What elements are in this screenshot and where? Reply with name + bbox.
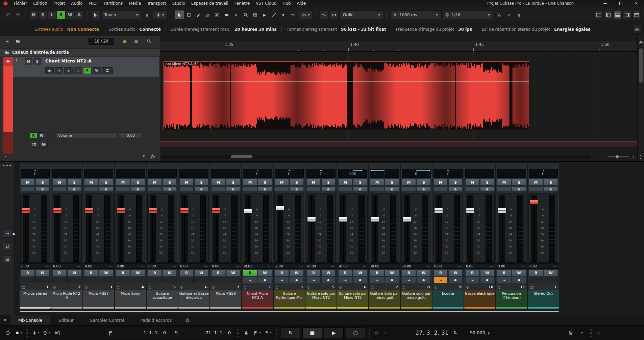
write-automation-button[interactable]: W xyxy=(290,269,304,276)
status-item-duree-d-enregistrement-max[interactable]: Durée d'enregistrement max.28 heures 10 … xyxy=(171,27,277,32)
write-automation-button[interactable]: W xyxy=(67,269,81,276)
volume-fader[interactable] xyxy=(118,195,124,262)
scroll-down-icon[interactable]: ▼ xyxy=(638,157,644,160)
channel-name[interactable]: Ecoute xyxy=(432,290,464,309)
track-list-icon[interactable]: ≡ xyxy=(132,37,141,45)
tab-sampler-control[interactable]: Sampler Control xyxy=(82,315,132,325)
volume-fader[interactable] xyxy=(467,195,473,262)
mute-button[interactable]: M xyxy=(116,179,130,186)
read-automation-button[interactable]: R xyxy=(83,67,92,74)
automation-r-button[interactable]: R xyxy=(57,10,65,19)
volume-fader[interactable] xyxy=(436,195,442,262)
scrub-tool-icon[interactable] xyxy=(279,10,288,19)
listen-button[interactable] xyxy=(465,186,479,191)
metronome-setup-button[interactable]: e xyxy=(577,328,586,338)
volume-fader[interactable] xyxy=(372,195,378,262)
fader-handle[interactable] xyxy=(275,206,284,211)
right-locator-value[interactable]: 71. 1. 1. 0 xyxy=(180,330,231,335)
link-channels-icon[interactable]: ⇄ xyxy=(3,242,12,251)
volume-fader[interactable] xyxy=(245,195,251,262)
write-automation-button[interactable]: W xyxy=(353,269,367,276)
record-enable-button[interactable]: ● xyxy=(290,277,304,283)
object-selection-tool-icon[interactable] xyxy=(175,10,184,19)
write-automation-button[interactable]: W xyxy=(321,269,336,276)
mute-button[interactable]: M xyxy=(148,179,162,186)
pan-control[interactable]: C xyxy=(243,169,272,178)
track-mute-button[interactable]: M xyxy=(25,58,32,64)
quantize-panel-icon[interactable]: e xyxy=(515,10,523,19)
play-button[interactable]: ▶ xyxy=(324,328,344,338)
monitor-button[interactable]: ◄ xyxy=(465,277,479,283)
solo-button[interactable]: S xyxy=(35,179,50,186)
edit-channel-button[interactable]: e xyxy=(480,186,494,191)
monitor-button[interactable]: ◄ xyxy=(434,277,448,283)
status-item-sorties-audio[interactable]: Sorties audioConnecté xyxy=(109,27,161,32)
menu-media[interactable]: Média xyxy=(126,0,144,7)
curve-type-dropdown[interactable]: ▼ xyxy=(299,10,313,19)
solo-button[interactable]: S xyxy=(226,179,240,186)
record-enable-button[interactable]: ● xyxy=(45,67,54,74)
mute-button[interactable]: M xyxy=(275,179,289,186)
write-automation-button[interactable]: W xyxy=(258,269,272,276)
mute-button[interactable]: M xyxy=(179,179,194,186)
write-automation-button[interactable]: W xyxy=(385,269,399,276)
pan-control[interactable] xyxy=(211,169,240,178)
track-solo-button[interactable]: S xyxy=(33,58,41,64)
undo-button[interactable]: ↶ xyxy=(3,10,12,19)
mute-button[interactable]: M xyxy=(370,179,384,186)
inspector-settings-button[interactable] xyxy=(150,154,155,160)
automation-mode-dropdown[interactable]: Touch▼ xyxy=(101,10,141,19)
mute-button[interactable]: M xyxy=(84,179,98,186)
read-automation-button[interactable]: R xyxy=(84,269,98,276)
read-automation-button[interactable]: R xyxy=(465,269,479,276)
metronome-icon[interactable] xyxy=(566,328,575,338)
read-automation-button[interactable]: R xyxy=(529,269,543,276)
edit-channel-button[interactable]: e xyxy=(67,186,81,191)
edit-channel-button[interactable]: e xyxy=(64,67,73,74)
mute-button[interactable]: M xyxy=(52,179,67,186)
write-automation-button[interactable]: W xyxy=(480,269,494,276)
write-automation-button[interactable]: W xyxy=(544,269,558,276)
status-item-entrees-audio[interactable]: Entrées audioNon Connecté xyxy=(35,27,99,32)
write-automation-button[interactable]: W xyxy=(226,269,240,276)
snap-on-off-icon[interactable] xyxy=(330,10,339,19)
pan-control[interactable]: C xyxy=(434,169,463,178)
edit-channel-button[interactable]: e xyxy=(290,186,304,191)
volume-fader[interactable] xyxy=(54,195,60,262)
monitor-button[interactable]: ◄ xyxy=(497,277,511,283)
fader-handle[interactable] xyxy=(434,208,443,213)
listen-button[interactable] xyxy=(338,186,352,191)
lane-display-button[interactable] xyxy=(102,67,113,74)
read-automation-button[interactable]: R xyxy=(306,269,321,276)
solo-button[interactable]: S xyxy=(258,179,272,186)
track-name[interactable]: Chant Micro NT2-A xyxy=(45,58,92,63)
solo-button[interactable]: S xyxy=(544,179,558,186)
automation-parameter-field[interactable]: Volume xyxy=(55,132,117,139)
mute-button[interactable]: M xyxy=(306,179,321,186)
monitor-button[interactable]: ◄ xyxy=(370,277,384,283)
collapse-button[interactable]: - xyxy=(5,154,6,159)
fader-handle[interactable] xyxy=(339,217,348,222)
open-automation-icon[interactable]: e xyxy=(143,10,151,19)
mute-button[interactable]: M xyxy=(497,179,511,186)
minimize-button[interactable] xyxy=(597,0,613,7)
volume-fader[interactable] xyxy=(404,195,410,262)
ruler-settings-button[interactable] xyxy=(639,40,643,46)
write-automation-button[interactable]: W xyxy=(35,269,50,276)
automation-a-button[interactable]: A xyxy=(75,10,83,19)
channel-name[interactable]: Micro PG58 xyxy=(210,290,241,309)
punch-out-button[interactable]: ▾ xyxy=(264,328,272,338)
zoom-in-button[interactable]: + xyxy=(631,154,635,159)
vertical-scrollbar[interactable]: ▲ ▼ xyxy=(637,36,644,161)
write-automation-button[interactable]: W xyxy=(99,269,113,276)
solo-button[interactable]: S xyxy=(194,179,208,186)
read-automation-button[interactable]: R xyxy=(21,269,35,276)
mute-button[interactable]: M xyxy=(211,179,225,186)
monitor-button[interactable]: ◄ xyxy=(243,277,257,283)
status-settings-button[interactable] xyxy=(633,25,641,34)
mute-tool-icon[interactable]: ✕ xyxy=(231,10,241,19)
read-automation-button[interactable]: R xyxy=(30,132,37,138)
write-automation-button[interactable]: W xyxy=(163,269,177,276)
menu-fenetre[interactable]: Fenêtre xyxy=(231,0,253,7)
menu-hub[interactable]: Hub xyxy=(279,0,294,7)
